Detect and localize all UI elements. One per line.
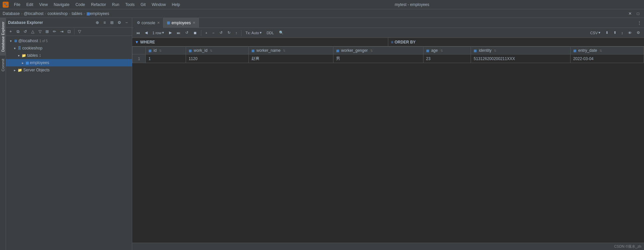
sort-icon-identity[interactable]: ⇅ <box>494 49 497 52</box>
col-header-entry-date[interactable]: ▦ entry_date ⇅ <box>570 47 644 54</box>
breadcrumb-database[interactable]: Database <box>3 11 20 16</box>
menu-navigate[interactable]: Navigate <box>51 2 72 8</box>
search-btn[interactable]: 🔍 <box>277 30 286 36</box>
menu-code[interactable]: Code <box>73 2 88 8</box>
tabs-more-btn[interactable]: ⋮ <box>636 20 643 26</box>
submit-btn[interactable]: ↻ <box>226 30 232 36</box>
col-header-id[interactable]: ▦ id ⇅ <box>146 47 186 54</box>
sidebar-toolbar-filter[interactable]: ▽ <box>76 28 83 35</box>
sort-icon-age[interactable]: ⇅ <box>440 49 443 52</box>
sidebar-toolbar-sql[interactable]: ⊞ <box>44 28 50 35</box>
cell-age-0[interactable]: 23 <box>423 54 471 63</box>
menu-edit[interactable]: Edit <box>24 2 36 8</box>
tree-arrow-tables[interactable]: ▾ <box>17 54 21 57</box>
sidebar-settings-btn[interactable]: ⚙ <box>116 19 123 26</box>
database-icon: 🗄 <box>18 46 21 50</box>
col-header-identity[interactable]: ▦ identity ⇅ <box>471 47 570 54</box>
orderby-section[interactable]: ≡ ORDER BY <box>388 38 644 46</box>
sort-icon-worker-name[interactable]: ⇅ <box>283 49 286 52</box>
status-bar: CSDN ©落水_zh <box>132 243 644 250</box>
csv-btn[interactable]: CSV ▾ <box>588 30 602 36</box>
sort-icon-worker-genger[interactable]: ⇅ <box>370 49 373 52</box>
upload-btn[interactable]: ↑ <box>233 30 239 36</box>
upload2-btn[interactable]: ⬆ <box>611 30 618 36</box>
cell-entry-date-0[interactable]: 2022-03-04 <box>570 54 644 63</box>
nav-prev-btn[interactable]: ◀ <box>143 30 149 36</box>
sidebar-list-btn[interactable]: ≡ <box>101 19 108 26</box>
row-count-btn[interactable]: 1 row ▾ <box>150 30 166 36</box>
breadcrumb-cookieshop[interactable]: cookieshop <box>47 11 68 16</box>
breadcrumb-menu-btn[interactable]: □ <box>635 10 641 17</box>
stop-btn[interactable]: ⏹ <box>191 30 199 36</box>
nav-last-btn[interactable]: ⏭ <box>175 30 182 36</box>
sidebar-toolbar-query[interactable]: ⊡ <box>66 28 72 35</box>
revert-btn[interactable]: ↺ <box>218 30 225 36</box>
sidebar-toolbar-up[interactable]: △ <box>29 28 36 35</box>
download-btn[interactable]: ⬇ <box>603 30 610 36</box>
breadcrumb-localhost[interactable]: @localhost <box>24 11 44 16</box>
cell-worker-genger-0[interactable]: 男 <box>333 54 423 63</box>
cell-identity-0[interactable]: 513126200200211XXX <box>471 54 570 63</box>
menu-file[interactable]: File <box>11 2 23 8</box>
sidebar-toolbar-add[interactable]: + <box>7 28 14 35</box>
nav-first-btn[interactable]: ⏮ <box>134 30 142 36</box>
tx-btn[interactable]: Tx: Auto ▾ <box>243 30 263 36</box>
tab-console[interactable]: ⚙ console ✕ <box>134 18 163 28</box>
tree-arrow-server-objects[interactable]: ▸ <box>13 68 17 72</box>
add-row-btn[interactable]: + <box>203 30 209 36</box>
sidebar-toolbar-jump[interactable]: ⇥ <box>58 28 65 35</box>
preview-btn[interactable]: 👁 <box>626 30 634 36</box>
tree-arrow-employees[interactable]: ▸ <box>21 61 25 65</box>
tree-item-cookieshop[interactable]: ▾ 🗄 cookieshop <box>6 44 132 52</box>
menu-run[interactable]: Run <box>109 2 122 8</box>
sidebar-toolbar-copy[interactable]: ⧉ <box>15 28 21 35</box>
sidebar-filter-btn[interactable]: ⊞ <box>109 19 115 26</box>
menu-window[interactable]: Window <box>149 2 169 8</box>
sidebar-close-btn[interactable]: − <box>123 19 130 26</box>
sidebar-toolbar-edit[interactable]: ✏ <box>51 28 58 35</box>
delete-row-btn[interactable]: − <box>210 30 216 36</box>
side-tab-commit[interactable]: Commit <box>0 55 6 75</box>
col-icon-worker-genger: ▦ <box>336 49 339 52</box>
tree-arrow-localhost[interactable]: ▾ <box>9 39 13 43</box>
menu-refactor[interactable]: Refactor <box>88 2 109 8</box>
tree-item-employees[interactable]: ▸ ▦ employees <box>6 59 132 66</box>
refresh-btn[interactable]: ↺ <box>183 30 190 36</box>
sort-icon-id[interactable]: ⇅ <box>159 49 162 52</box>
menu-tools[interactable]: Tools <box>123 2 137 8</box>
sort-icon-entry-date[interactable]: ⇅ <box>599 49 602 52</box>
col-header-work-id[interactable]: ▦ work_id ⇅ <box>186 47 248 54</box>
breadcrumb-employees[interactable]: employees <box>90 11 109 16</box>
tab-employees[interactable]: ▦ employees ✕ <box>163 18 199 28</box>
tab-employees-close[interactable]: ✕ <box>193 21 195 25</box>
breadcrumb-tables[interactable]: tables <box>72 11 82 16</box>
cell-id-0[interactable]: 1 <box>146 54 186 63</box>
cell-work-id-0[interactable]: 1120 <box>186 54 248 63</box>
tree-item-server-objects[interactable]: ▸ 📁 Server Objects <box>6 66 132 74</box>
row-count-label: 1 row <box>152 31 161 35</box>
tree-item-tables[interactable]: ▾ 📁 tables 1 <box>6 52 132 59</box>
cell-worker-name-0[interactable]: 赵爽 <box>248 54 333 63</box>
menu-git[interactable]: Git <box>138 2 148 8</box>
main-content: ⚙ console ✕ ▦ employees ✕ ⋮ ⏮ ◀ 1 row ▾ … <box>132 18 644 250</box>
side-tab-db-explorer[interactable]: Database Explorer <box>0 18 6 55</box>
sidebar-toolbar-down[interactable]: ▽ <box>37 28 43 35</box>
ddl-btn[interactable]: DDL <box>265 30 276 36</box>
table-row[interactable]: 1 1 1120 赵爽 男 23 513126200200211XXX 2022… <box>133 54 644 63</box>
col-header-worker-name[interactable]: ▦ worker_name ⇅ <box>248 47 333 54</box>
col-header-worker-genger[interactable]: ▦ worker_genger ⇅ <box>333 47 423 54</box>
tree-item-localhost[interactable]: ▾ 🖥 @localhost 1 of 5 <box>6 37 132 44</box>
where-section[interactable]: ▼ WHERE <box>132 38 388 46</box>
compare-btn[interactable]: ↕ <box>619 30 625 36</box>
menu-view[interactable]: View <box>37 2 50 8</box>
sort-icon-work-id[interactable]: ⇅ <box>210 49 213 52</box>
menu-help[interactable]: Help <box>169 2 183 8</box>
sidebar-toolbar-refresh[interactable]: ↺ <box>22 28 29 35</box>
col-header-age[interactable]: ▦ age ⇅ <box>423 47 471 54</box>
nav-next-btn[interactable]: ▶ <box>167 30 174 36</box>
settings2-btn[interactable]: ⚙ <box>635 30 642 36</box>
tree-arrow-cookieshop[interactable]: ▾ <box>13 46 17 50</box>
breadcrumb-close-btn[interactable]: ✕ <box>627 10 633 17</box>
tab-console-close[interactable]: ✕ <box>157 21 160 25</box>
sidebar-add-btn[interactable]: ⊕ <box>94 19 101 26</box>
